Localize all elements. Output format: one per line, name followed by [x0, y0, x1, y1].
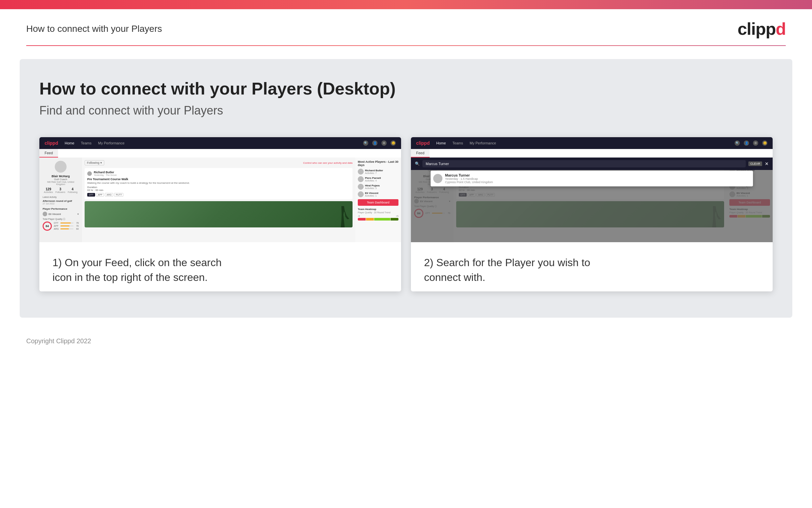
activity-card-1: Richard Butler Yesterday · The Grove Pre…: [85, 168, 352, 199]
activity-title-1: Pre Tournament Course Walk: [87, 177, 350, 181]
player-avatar-1: [43, 212, 47, 216]
nav-teams-1[interactable]: Teams: [81, 141, 92, 145]
mini-app-1: clippd Home Teams My Performance 🔍 👤 ⚙ 😊…: [39, 137, 401, 242]
nav-home-2[interactable]: Home: [436, 141, 446, 145]
player-row-richard-1: Richard Butler Activities: 7: [358, 169, 398, 175]
heatmap-bar-1: [358, 218, 398, 220]
main-content: How to connect with your Players (Deskto…: [20, 59, 792, 318]
avatar-icon-2[interactable]: 😊: [762, 140, 767, 146]
bar-app-1: APP 70: [54, 225, 79, 227]
header: How to connect with your Players clippd: [0, 9, 812, 45]
player-avatar-hiral-1: [358, 184, 364, 190]
following-btn-1[interactable]: Following ▾: [85, 160, 104, 165]
score-bars-1: OTT 79 APP 70 ARG: [54, 222, 79, 231]
most-active-title-1: Most Active Players - Last 30 days: [358, 160, 398, 167]
bar-arg-1: ARG 64: [54, 228, 79, 230]
search-icon-1[interactable]: 🔍: [363, 140, 368, 146]
mini-brand-1: clippd: [45, 140, 58, 146]
result-name-2: Marcus Turner: [445, 173, 493, 177]
quality-label-1: Total Player Quality ⓘ: [43, 218, 79, 221]
player-select-1[interactable]: Eli Vincent ▾: [43, 212, 79, 216]
settings-icon-2[interactable]: ⚙: [753, 140, 758, 146]
mini-nav-2: clippd Home Teams My Performance 🔍 👤 ⚙ 😊: [411, 137, 773, 149]
mini-feed-1: Following ▾ Control who can see your act…: [82, 158, 355, 242]
activity-user-1: Richard Butler Yesterday · The Grove: [87, 171, 350, 176]
score-circle-1: 84: [43, 221, 52, 231]
settings-icon-1[interactable]: ⚙: [381, 140, 387, 146]
feed-tab-1[interactable]: Feed: [39, 149, 58, 158]
stat-following-1: 4 Following: [68, 187, 78, 193]
mini-nav-1: clippd Home Teams My Performance 🔍 👤 ⚙ 😊: [39, 137, 401, 149]
latest-activity-name-1: Afternoon round of golf: [43, 200, 79, 203]
control-link-1[interactable]: Control who can see your activity and da…: [303, 162, 352, 164]
header-divider: [26, 45, 786, 46]
top-bar: [0, 0, 812, 9]
golfer-silhouette-1: [336, 206, 349, 227]
nav-icons-2: 🔍 👤 ⚙ 😊: [734, 140, 767, 146]
bar-ott-1: OTT 79: [54, 222, 79, 224]
activity-tags-1: OTT APP ARG PUTT: [87, 193, 350, 197]
profile-role-1: Golf Coach: [43, 178, 79, 181]
profile-club-1: Mill Ride Golf Club, United Kingdom: [43, 181, 79, 185]
search-input-2[interactable]: Marcus Turner: [422, 160, 746, 167]
player-avatar-piers-1: [358, 176, 364, 182]
caption-text-1: 1) On your Feed, click on the searchicon…: [52, 255, 388, 285]
main-title: How to connect with your Players (Deskto…: [39, 79, 773, 98]
nav-myperformance-2[interactable]: My Performance: [470, 141, 496, 145]
caption-1: 1) On your Feed, click on the searchicon…: [39, 242, 401, 291]
search-value-2: Marcus Turner: [426, 162, 449, 166]
caption-text-2: 2) Search for the Player you wish toconn…: [424, 255, 760, 285]
player-row-piers-1: Piers Parnell Activities: 4: [358, 176, 398, 182]
player-row-eli-1: Eli Vincent Activities: 1: [358, 191, 398, 197]
search-icon-2[interactable]: 🔍: [734, 140, 740, 146]
mini-body-2: Blair McHarg Golf Coach Mill Ride Golf C…: [411, 158, 773, 242]
avatar-icon-1[interactable]: 😊: [391, 140, 396, 146]
search-bar-2: 🔍 Marcus Turner CLEAR ✕: [411, 158, 773, 170]
activity-duration-1: Duration02 hr : 00 min: [87, 186, 350, 192]
mini-app-2: clippd Home Teams My Performance 🔍 👤 ⚙ 😊…: [411, 137, 773, 242]
user-icon-1[interactable]: 👤: [372, 140, 378, 146]
feed-tab-2[interactable]: Feed: [411, 149, 430, 158]
search-icon-overlay-2[interactable]: 🔍: [415, 162, 420, 166]
nav-icons-1: 🔍 👤 ⚙ 😊: [363, 140, 396, 146]
search-clear-btn-2[interactable]: CLEAR: [748, 162, 762, 166]
big-score-1: 84 OTT 79 APP 70: [43, 221, 79, 231]
profile-stats-1: 129 Activities 3 Followers 4 Following: [43, 187, 79, 193]
stat-activities-1: 129 Activities: [44, 187, 53, 193]
screenshot-2: clippd Home Teams My Performance 🔍 👤 ⚙ 😊…: [411, 137, 773, 291]
search-result-avatar-2: [433, 174, 442, 183]
main-subtitle: Find and connect with your Players: [39, 104, 773, 118]
caption-2: 2) Search for the Player you wish toconn…: [411, 242, 773, 291]
search-results-2: Marcus Turner Yesterday · 1.5 Handicap C…: [431, 171, 753, 186]
screenshot-1: clippd Home Teams My Performance 🔍 👤 ⚙ 😊…: [39, 137, 401, 291]
result-detail2-2: Cypress Point Club, United Kingdom: [445, 180, 493, 184]
stat-followers-1: 3 Followers: [55, 187, 65, 193]
player-row-hiral-1: Hiral Pujara Activities: 3: [358, 184, 398, 190]
heatmap-sub-1: Player Quality · 20 Round Trend: [358, 211, 398, 214]
search-close-btn-2[interactable]: ✕: [765, 161, 769, 166]
search-result-marcus-2[interactable]: Marcus Turner Yesterday · 1.5 Handicap C…: [433, 173, 750, 184]
player-avatar-richard-1: [358, 169, 364, 175]
dark-overlay-2: [411, 158, 773, 242]
result-detail1-2: Yesterday · 1.5 Handicap: [445, 177, 493, 180]
mini-brand-2: clippd: [416, 140, 430, 146]
player-performance-title-1: Player Performance: [43, 207, 79, 210]
footer: Copyright Clippd 2022: [0, 331, 812, 351]
user-icon-2[interactable]: 👤: [744, 140, 749, 146]
course-image-1: [85, 201, 352, 227]
activity-avatar-1: [87, 171, 92, 176]
latest-activity-label-1: Latest Activity: [43, 196, 79, 198]
screenshots-row: clippd Home Teams My Performance 🔍 👤 ⚙ 😊…: [39, 137, 773, 291]
nav-home-1[interactable]: Home: [64, 141, 74, 145]
nav-teams-2[interactable]: Teams: [452, 141, 463, 145]
activity-desc-1: Walking the course with my coach to buil…: [87, 181, 350, 184]
nav-myperformance-1[interactable]: My Performance: [98, 141, 125, 145]
latest-activity-date-1: 27 Jul 2022: [43, 203, 79, 205]
team-dashboard-btn-1[interactable]: Team Dashboard: [358, 199, 398, 206]
mini-sidebar-1: Blair McHarg Golf Coach Mill Ride Golf C…: [39, 158, 82, 242]
logo: clippd: [737, 19, 786, 39]
following-row-1: Following ▾ Control who can see your act…: [85, 160, 352, 165]
mini-right-1: Most Active Players - Last 30 days Richa…: [355, 158, 401, 242]
heatmap-title-1: Team Heatmap: [358, 208, 398, 211]
page-title: How to connect with your Players: [26, 24, 162, 34]
